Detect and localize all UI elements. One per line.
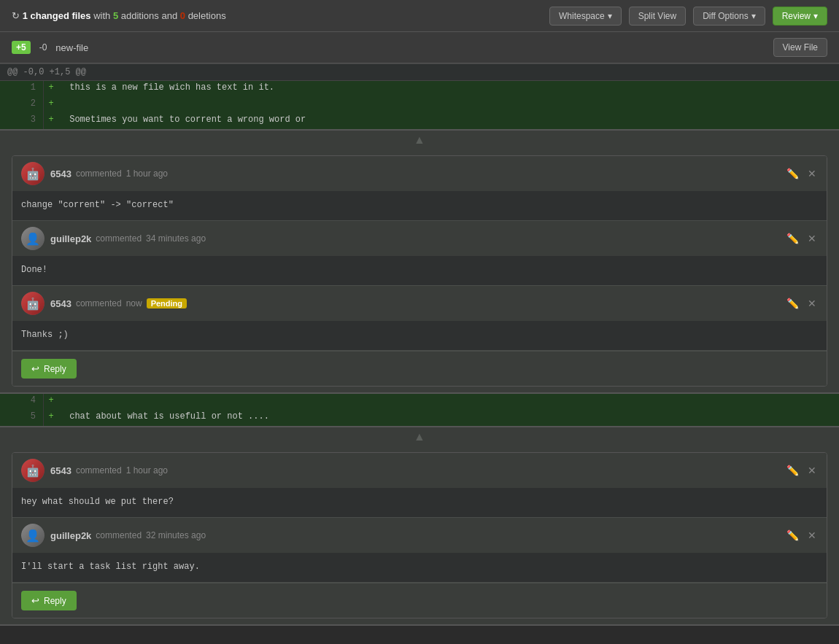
delete-comment-button[interactable]: ✕: [806, 296, 818, 311]
line-sign: +: [44, 113, 58, 129]
comment-header: 🤖 6543 commented 1 hour ago ✏️ ✕: [12, 453, 827, 488]
comment-verb: commented: [76, 465, 122, 476]
reply-section: ↩ Reply: [12, 583, 827, 618]
comment-header: 🤖 6543 commented now Pending ✏️ ✕: [12, 286, 827, 321]
line-code: this is a new file wich has text in it.: [58, 81, 839, 97]
comment-thread-2: 🤖 6543 commented 1 hour ago ✏️ ✕ hey wha…: [0, 426, 839, 626]
edit-comment-button[interactable]: ✏️: [785, 166, 800, 181]
chevron-down-icon: ▾: [608, 11, 612, 21]
hunk-header: @@ -0,0 +1,5 @@: [0, 63, 839, 81]
review-button[interactable]: Review ▾: [773, 7, 827, 26]
reply-icon: ↩: [31, 363, 39, 374]
file-header: +5 -0 new-file View File: [0, 32, 839, 63]
avatar: 🤖: [21, 292, 45, 315]
comment-thread-1: 🤖 6543 commented 1 hour ago ✏️ ✕ change …: [0, 129, 839, 394]
chevron-down-icon: ▾: [813, 11, 818, 21]
comment-body: Thanks ;): [12, 321, 827, 350]
review-label: Review: [782, 11, 811, 21]
comment-header: 🤖 6543 commented 1 hour ago ✏️ ✕: [12, 156, 827, 191]
reply-icon: ↩: [31, 595, 39, 606]
comment-header: 👤 guillep2k commented 32 minutes ago ✏️ …: [12, 518, 827, 553]
delete-comment-button[interactable]: ✕: [806, 166, 818, 181]
whitespace-button[interactable]: Whitespace ▾: [549, 7, 622, 26]
comment-verb: commented: [76, 298, 122, 309]
line-code: chat about what is usefull or not ....: [58, 410, 839, 426]
file-deletions: -0: [39, 42, 47, 53]
comment-actions: ✏️ ✕: [785, 231, 818, 246]
chevron-down-icon: ▾: [751, 11, 756, 21]
comment-entry: 🤖 6543 commented 1 hour ago ✏️ ✕ hey wha…: [12, 453, 827, 518]
avatar-robot-icon: 🤖: [21, 292, 45, 315]
edit-comment-button[interactable]: ✏️: [785, 231, 800, 246]
comment-meta: guillep2k commented 32 minutes ago: [50, 530, 779, 541]
edit-comment-button[interactable]: ✏️: [785, 296, 800, 311]
line-number: 1: [0, 81, 44, 97]
line-number: 5: [0, 410, 44, 426]
line-number: 2: [0, 97, 44, 113]
delete-comment-button[interactable]: ✕: [806, 231, 818, 246]
diff-line: 5 + chat about what is usefull or not ..…: [0, 410, 839, 426]
comment-time: 32 minutes ago: [146, 530, 206, 540]
line-code: Sometimes you want to corrent a wrong wo…: [58, 113, 839, 129]
pending-badge: Pending: [147, 298, 187, 309]
file-name: new-file: [55, 42, 88, 53]
avatar: 🤖: [21, 162, 45, 185]
comment-meta: 6543 commented 1 hour ago: [50, 465, 779, 476]
line-code: [58, 97, 839, 113]
comment-entry: 👤 guillep2k commented 32 minutes ago ✏️ …: [12, 518, 827, 583]
avatar: 👤: [21, 227, 45, 250]
comment-body: hey what should we put there?: [12, 488, 827, 517]
comment-body: Done!: [12, 256, 827, 285]
line-number: 4: [0, 394, 44, 410]
edit-comment-button[interactable]: ✏️: [785, 463, 800, 478]
comment-verb: commented: [76, 168, 122, 179]
comment-header: 👤 guillep2k commented 34 minutes ago ✏️ …: [12, 221, 827, 256]
reply-label: Reply: [44, 596, 66, 606]
line-sign: +: [44, 81, 58, 97]
split-view-label: Split View: [638, 11, 676, 21]
additions-count: 5: [113, 10, 118, 21]
line-code: [58, 394, 839, 410]
diff-line: 4 +: [0, 394, 839, 410]
edit-comment-button[interactable]: ✏️: [785, 528, 800, 543]
delete-comment-button[interactable]: ✕: [806, 528, 818, 543]
avatar: 🤖: [21, 459, 45, 482]
deletions-count: 0: [180, 10, 185, 21]
comment-time: 34 minutes ago: [146, 233, 206, 244]
comment-meta: 6543 commented 1 hour ago: [50, 168, 779, 179]
comment-verb: commented: [96, 530, 142, 540]
line-number: 3: [0, 113, 44, 129]
comment-author: guillep2k: [50, 233, 91, 244]
comment-actions: ✏️ ✕: [785, 166, 818, 181]
reply-button[interactable]: ↩ Reply: [21, 591, 77, 610]
avatar-robot-icon: 🤖: [21, 459, 45, 482]
file-additions: +5: [12, 41, 31, 54]
reply-section: ↩ Reply: [12, 351, 827, 386]
split-view-button[interactable]: Split View: [629, 7, 686, 26]
comment-entry: 🤖 6543 commented 1 hour ago ✏️ ✕ change …: [12, 156, 827, 221]
comment-time: now: [126, 298, 142, 309]
changed-files-info: ↻ 1 changed files with 5 additions and 0…: [12, 10, 542, 21]
avatar-robot-icon: 🤖: [21, 162, 45, 185]
comment-author: guillep2k: [50, 530, 91, 541]
diff-options-label: Diff Options: [703, 11, 748, 21]
thread-arrow: [0, 427, 839, 446]
comment-actions: ✏️ ✕: [785, 463, 818, 478]
comment-verb: commented: [96, 233, 142, 244]
comment-meta: 6543 commented now Pending: [50, 298, 779, 309]
comment-time: 1 hour ago: [126, 465, 168, 476]
view-file-button[interactable]: View File: [773, 38, 827, 57]
view-file-label: View File: [783, 42, 818, 53]
diff-line: 3 + Sometimes you want to corrent a wron…: [0, 113, 839, 129]
diff-options-button[interactable]: Diff Options ▾: [693, 7, 765, 26]
delete-comment-button[interactable]: ✕: [806, 463, 818, 478]
comment-thread-body: 🤖 6543 commented 1 hour ago ✏️ ✕ hey wha…: [12, 452, 827, 618]
comment-body: change "corrent" -> "correct": [12, 191, 827, 220]
reply-button[interactable]: ↩ Reply: [21, 359, 77, 379]
comment-time: 1 hour ago: [126, 168, 168, 179]
comment-actions: ✏️ ✕: [785, 528, 818, 543]
avatar-person-icon: 👤: [21, 227, 45, 250]
avatar: 👤: [21, 524, 45, 547]
comment-entry: 🤖 6543 commented now Pending ✏️ ✕ Thanks…: [12, 286, 827, 351]
comment-author: 6543: [50, 298, 71, 309]
